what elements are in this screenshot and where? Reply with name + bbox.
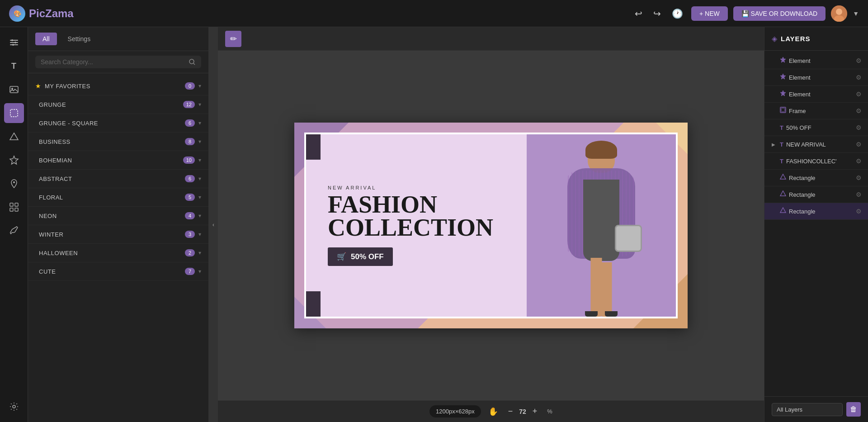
layer-item-element2[interactable]: Element ⚙ <box>764 69 868 86</box>
layer-item-rect3[interactable]: Rectangle ⚙ <box>764 203 868 220</box>
category-name: WINTER <box>39 231 185 238</box>
main-layout: T All Settings <box>0 27 868 422</box>
layer-item-rect2[interactable]: Rectangle ⚙ <box>764 186 868 203</box>
layer-settings-button[interactable]: ⚙ <box>855 207 863 216</box>
layer-item-element1[interactable]: Element ⚙ <box>764 52 868 69</box>
avatar-dropdown-icon[interactable]: ▼ <box>853 10 859 17</box>
canvas-main[interactable]: NEW ARRIVAL FASHION COLLECTION 🛒 50% OFF <box>218 51 764 400</box>
chevron-icon: ▾ <box>198 101 201 108</box>
category-badge: 7 <box>185 268 195 275</box>
search-input[interactable] <box>41 58 185 66</box>
hand-tool-icon[interactable]: ✋ <box>488 407 498 417</box>
canvas-size-badge: 1200px×628px <box>429 405 481 417</box>
layer-settings-button[interactable]: ⚙ <box>855 140 863 149</box>
category-item-bohemian[interactable]: BOHEMIAN 10 ▾ <box>28 151 208 170</box>
layer-item-element3[interactable]: Element ⚙ <box>764 86 868 103</box>
category-name: MY FAVORITES <box>45 83 185 90</box>
svg-rect-18 <box>15 208 18 211</box>
layer-expand-btn <box>770 174 777 181</box>
topbar: 🎨 PicZama ↩ ↪ 🕐 + NEW 💾 SAVE OR DOWNLOAD… <box>0 0 868 27</box>
layer-settings-button[interactable]: ⚙ <box>855 156 863 166</box>
layer-name: Frame <box>789 108 852 114</box>
rail-settings-button[interactable] <box>4 397 24 417</box>
layer-settings-button[interactable]: ⚙ <box>855 123 863 132</box>
new-button[interactable]: + NEW <box>691 6 728 21</box>
layer-settings-button[interactable]: ⚙ <box>855 56 863 65</box>
category-badge: 0 <box>185 82 195 90</box>
layer-settings-button[interactable]: ⚙ <box>855 73 863 82</box>
layer-item-text-fashioncollec[interactable]: T FASHIONCOLLEC' ⚙ <box>764 153 868 170</box>
layer-item-text-newarrival[interactable]: ▶ T NEW ARRIVAL ⚙ <box>764 136 868 153</box>
category-name: HALLOWEEN <box>39 250 185 256</box>
search-bar <box>28 51 208 73</box>
layer-name: Element <box>789 74 852 81</box>
category-item-grunge[interactable]: GRUNGE 12 ▾ <box>28 95 208 114</box>
categories-list: ★ MY FAVORITES 0 ▾ GRUNGE 12 ▾ GRUNGE - … <box>28 73 208 422</box>
redo-button[interactable]: ↪ <box>651 5 664 22</box>
svg-rect-9 <box>10 86 18 93</box>
category-name: CUTE <box>39 268 185 275</box>
svg-marker-13 <box>10 156 18 164</box>
layer-expand-btn[interactable]: ▶ <box>770 141 777 148</box>
layer-expand-btn <box>770 191 777 198</box>
layer-settings-button[interactable]: ⚙ <box>855 173 863 182</box>
save-button[interactable]: 💾 SAVE OR DOWNLOAD <box>733 6 826 21</box>
layers-scope-select[interactable]: All Layers <box>772 403 843 416</box>
delete-layer-button[interactable]: 🗑 <box>846 402 861 417</box>
rail-grid-button[interactable] <box>4 197 24 217</box>
rail-shapes-button[interactable] <box>4 127 24 147</box>
avatar[interactable] <box>831 5 847 22</box>
undo-button[interactable]: ↩ <box>632 5 645 22</box>
search-icon <box>189 58 196 66</box>
layers-list: Element ⚙ Element ⚙ Element ⚙ Frame ⚙ T … <box>764 51 868 396</box>
category-item-winter[interactable]: WINTER 3 ▾ <box>28 225 208 244</box>
design-canvas: NEW ARRIVAL FASHION COLLECTION 🛒 50% OFF <box>294 123 688 328</box>
svg-marker-12 <box>10 133 18 140</box>
rail-text-button[interactable]: T <box>4 56 24 76</box>
zoom-in-button[interactable]: + <box>530 406 540 417</box>
history-button[interactable]: 🕐 <box>669 5 686 22</box>
svg-marker-24 <box>780 90 786 96</box>
layer-settings-button[interactable]: ⚙ <box>855 190 863 199</box>
rail-star-button[interactable] <box>4 150 24 170</box>
zoom-out-button[interactable]: − <box>505 406 516 417</box>
app-title: PicZama <box>29 7 74 20</box>
category-item-grunge-square[interactable]: GRUNGE - SQUARE 6 ▾ <box>28 114 208 133</box>
title-line1-text: FASHION <box>328 193 514 216</box>
rail-location-button[interactable] <box>4 174 24 194</box>
layers-title: LAYERS <box>781 35 810 43</box>
panel-toggle[interactable]: ‹ <box>209 27 218 422</box>
chevron-icon: ▾ <box>198 175 201 182</box>
svg-marker-27 <box>780 174 786 179</box>
category-item-neon[interactable]: NEON 4 ▾ <box>28 207 208 225</box>
category-badge: 5 <box>185 194 195 201</box>
rail-select-button[interactable] <box>4 103 24 123</box>
zoom-pct: % <box>547 408 552 415</box>
tab-all[interactable]: All <box>35 33 57 45</box>
category-item-business[interactable]: BUSINESS 8 ▾ <box>28 133 208 151</box>
category-badge: 6 <box>185 119 195 127</box>
category-badge: 6 <box>185 175 195 182</box>
layer-type-icon: T <box>780 124 783 131</box>
category-item-floral[interactable]: FLORAL 5 ▾ <box>28 188 208 207</box>
category-item-abstract[interactable]: ABSTRACT 6 ▾ <box>28 170 208 188</box>
layer-settings-button[interactable]: ⚙ <box>855 106 863 115</box>
category-item-favorites[interactable]: ★ MY FAVORITES 0 ▾ <box>28 77 208 95</box>
layer-item-rect1[interactable]: Rectangle ⚙ <box>764 170 868 186</box>
chevron-icon: ▾ <box>198 268 201 275</box>
layer-expand-btn <box>770 74 777 81</box>
layer-expand-btn <box>770 90 777 98</box>
layer-item-frame1[interactable]: Frame ⚙ <box>764 103 868 119</box>
layer-expand-btn <box>770 57 777 64</box>
layer-item-text-50off[interactable]: T 50% OFF ⚙ <box>764 119 868 136</box>
rail-adjust-button[interactable] <box>4 33 24 52</box>
layer-settings-button[interactable]: ⚙ <box>855 90 863 99</box>
category-item-cute[interactable]: CUTE 7 ▾ <box>28 262 208 281</box>
category-item-halloween[interactable]: HALLOWEEN 2 ▾ <box>28 244 208 262</box>
sub-title-text: NEW ARRIVAL <box>328 185 514 190</box>
rail-brush-button[interactable] <box>4 221 24 241</box>
canvas-toolbar: ✏ <box>218 27 764 51</box>
rail-image-button[interactable] <box>4 80 24 100</box>
chevron-icon: ▾ <box>198 120 201 126</box>
tab-settings[interactable]: Settings <box>61 33 98 45</box>
